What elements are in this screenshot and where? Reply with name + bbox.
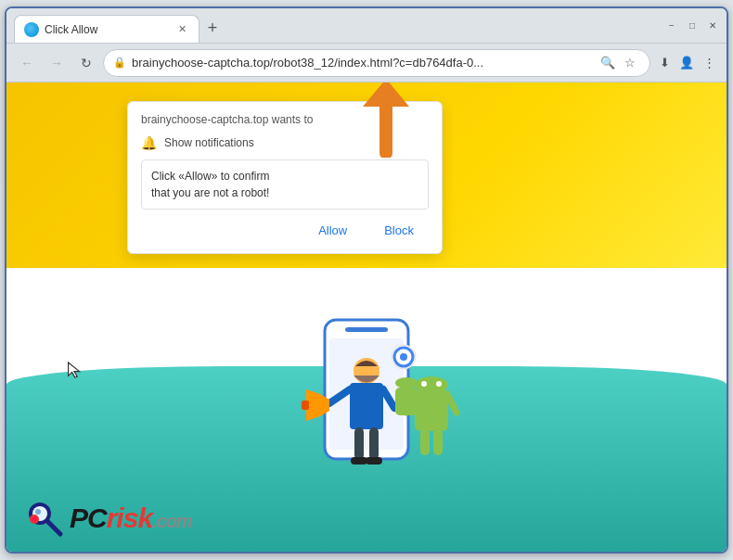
address-bar[interactable]: 🔒 brainychoose-captcha.top/robot38_12/in… — [103, 49, 650, 77]
pcrisk-logo: PCrisk.com — [25, 499, 192, 538]
active-tab[interactable]: Click Allow ✕ — [14, 15, 199, 43]
refresh-button[interactable]: ↻ — [73, 50, 99, 76]
lock-icon: 🔒 — [113, 57, 126, 69]
address-actions: 🔍 ☆ — [598, 53, 640, 73]
svg-point-5 — [400, 353, 407, 361]
svg-rect-12 — [302, 401, 309, 410]
block-button[interactable]: Block — [369, 219, 429, 242]
svg-point-25 — [395, 377, 418, 388]
svg-rect-14 — [369, 427, 379, 460]
close-button[interactable]: ✕ — [706, 19, 719, 32]
tab-title: Click Allow — [45, 23, 169, 36]
allow-button[interactable]: Allow — [303, 219, 362, 242]
search-icon[interactable]: 🔍 — [598, 53, 618, 73]
svg-marker-33 — [363, 83, 409, 107]
orange-arrow — [358, 83, 414, 148]
notification-message: Click «Allow» to confirm that you are no… — [141, 159, 429, 210]
svg-point-19 — [421, 381, 427, 387]
bell-icon: 🔔 — [141, 135, 157, 150]
svg-rect-24 — [433, 429, 443, 455]
new-tab-icon: + — [208, 19, 218, 38]
new-tab-button[interactable]: + — [199, 15, 225, 41]
title-bar: Click Allow ✕ + − □ ✕ — [6, 8, 727, 44]
illustration — [255, 301, 478, 505]
refresh-icon: ↻ — [81, 56, 92, 70]
svg-line-22 — [447, 394, 457, 413]
forward-button[interactable]: → — [44, 50, 70, 76]
toolbar: ← → ↻ 🔒 brainychoose-captcha.top/robot38… — [6, 44, 727, 83]
notification-popup: brainychoose-captcha.top wants to 🔔 Show… — [127, 101, 443, 254]
mouse-cursor — [67, 361, 82, 379]
profile-icon[interactable]: 👤 — [676, 53, 697, 73]
svg-point-29 — [35, 509, 41, 515]
risk-text: risk — [107, 503, 152, 533]
svg-rect-16 — [366, 457, 382, 465]
pcrisk-text: PCrisk.com — [70, 504, 192, 532]
back-button[interactable]: ← — [14, 50, 40, 76]
maximize-button[interactable]: □ — [686, 19, 699, 32]
toolbar-right: ⬇ 👤 ⋮ — [654, 53, 719, 73]
svg-rect-23 — [420, 429, 430, 455]
tab-close-button[interactable]: ✕ — [174, 22, 189, 37]
svg-rect-7 — [350, 383, 383, 429]
svg-rect-26 — [395, 388, 418, 415]
svg-point-20 — [436, 381, 442, 387]
tab-favicon — [24, 22, 39, 37]
page-content: PCrisk.com brainychoose-captcha.top want… — [6, 83, 727, 552]
minimize-button[interactable]: − — [665, 19, 678, 32]
menu-icon[interactable]: ⋮ — [699, 53, 719, 73]
back-icon: ← — [20, 56, 33, 70]
window-controls: − □ ✕ — [665, 19, 719, 32]
svg-point-32 — [32, 516, 37, 522]
tab-area: Click Allow ✕ + — [14, 8, 652, 43]
download-icon[interactable]: ⬇ — [654, 53, 675, 73]
svg-rect-15 — [351, 457, 367, 465]
show-notifications-label: Show notifications — [164, 136, 254, 149]
svg-rect-1 — [345, 327, 388, 332]
bookmark-icon[interactable]: ☆ — [620, 53, 640, 73]
browser-window: Click Allow ✕ + − □ ✕ ← → ↻ 🔒 brainychoo… — [5, 6, 728, 554]
url-text: brainychoose-captcha.top/robot38_12/inde… — [132, 56, 592, 70]
notification-buttons: Allow Block — [141, 219, 429, 242]
svg-rect-13 — [354, 427, 364, 460]
svg-line-30 — [47, 521, 60, 534]
svg-rect-18 — [415, 389, 448, 431]
forward-icon: → — [50, 56, 63, 70]
pcrisk-magnifier-icon — [25, 499, 64, 538]
com-text: .com — [152, 511, 192, 531]
pc-text: PC — [70, 503, 107, 533]
